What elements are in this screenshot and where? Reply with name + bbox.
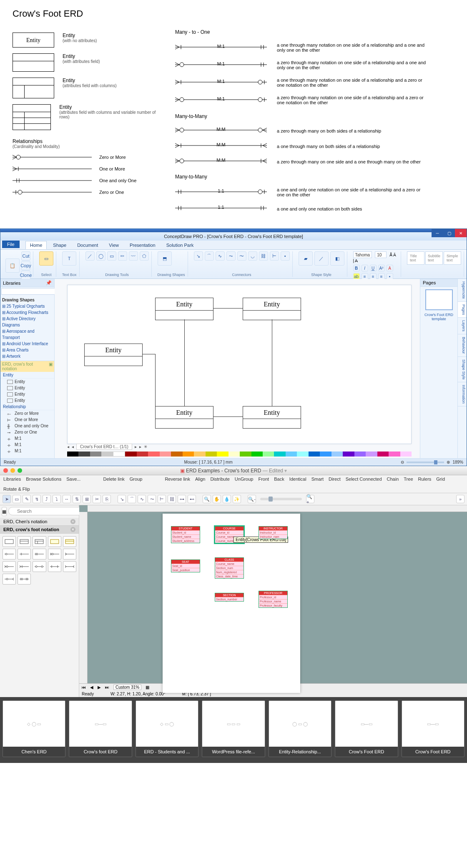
- canvas-entity[interactable]: Entity: [155, 406, 213, 429]
- canvas[interactable]: Entity Entity Entity Entity Entity ◂◂ Cr…: [55, 279, 420, 458]
- fill-button[interactable]: ▰: [299, 251, 313, 266]
- conn-tool[interactable]: ⛓: [168, 495, 176, 503]
- zoom-slider[interactable]: [260, 498, 302, 500]
- font-select[interactable]: Tahoma: [353, 251, 372, 258]
- canvas-entity[interactable]: Entity: [243, 406, 301, 429]
- erd-entity-seat[interactable]: SEAT Seat_idSeat_position: [171, 559, 200, 572]
- maximize-button[interactable]: ▢: [443, 229, 455, 237]
- gallery-card[interactable]: ▭—▭Crow's Foot ERD: [335, 700, 398, 757]
- gallery-card[interactable]: ▭—▭Crow's foot ERD: [69, 700, 132, 757]
- tool[interactable]: ⤵: [53, 495, 61, 503]
- conn-direct[interactable]: ↘: [194, 251, 203, 261]
- sidetab-layers[interactable]: Layers: [458, 318, 467, 334]
- conn-tool[interactable]: ⊷: [188, 495, 196, 503]
- zoom-in-icon[interactable]: ⊕: [447, 460, 450, 464]
- tab-shape[interactable]: Shape: [48, 241, 71, 249]
- conn-bezier[interactable]: ∿: [216, 251, 225, 261]
- tree-item[interactable]: ⊞ Android User Interface: [2, 341, 53, 347]
- grid-toggle[interactable]: ▦: [146, 685, 149, 690]
- tool[interactable]: ✎: [23, 495, 31, 503]
- menu-item[interactable]: Smart: [311, 477, 324, 482]
- underline-button[interactable]: U: [370, 265, 377, 271]
- traffic-close[interactable]: [3, 468, 8, 473]
- nav-last[interactable]: ⏭: [105, 685, 109, 690]
- style-simple[interactable]: Simple text: [444, 251, 461, 265]
- conn-point[interactable]: •: [281, 251, 290, 261]
- tab-view[interactable]: View: [104, 241, 123, 249]
- copy-button[interactable]: Copy: [21, 261, 30, 270]
- stencil-item[interactable]: [48, 549, 61, 559]
- panel-pin-icon[interactable]: 📌: [46, 280, 52, 286]
- sidetab-behaviour[interactable]: Behaviour: [458, 334, 467, 357]
- fontsize-button[interactable]: A²: [378, 265, 385, 271]
- zoom-combo[interactable]: Custom 31%: [113, 685, 141, 690]
- size-select[interactable]: 10: [375, 251, 387, 258]
- tree-item[interactable]: ⊞ Active Directory Diagrams: [2, 316, 53, 328]
- color-palette[interactable]: [67, 452, 412, 457]
- textbox-tool[interactable]: T: [62, 251, 76, 266]
- tab-document[interactable]: Document: [73, 241, 103, 249]
- stencil-item[interactable]: [18, 574, 31, 585]
- menu-item[interactable]: Select Connected: [346, 477, 382, 482]
- menu-save[interactable]: Save...: [66, 477, 80, 482]
- stencil-item[interactable]: [63, 536, 76, 547]
- minimize-button[interactable]: ─: [432, 229, 443, 237]
- conn-tool[interactable]: ↘: [118, 495, 126, 503]
- erd-entity-section[interactable]: SECTION Section_number: [215, 593, 244, 602]
- menu-item[interactable]: Direct: [329, 477, 341, 482]
- zoom-tool[interactable]: 🔍: [203, 495, 211, 503]
- conn-arc[interactable]: ⌒: [205, 251, 214, 261]
- menu-item[interactable]: Chain: [387, 477, 399, 482]
- canvas-entity[interactable]: Entity: [243, 298, 301, 320]
- stencil-item[interactable]: [33, 549, 46, 559]
- canvas-entity[interactable]: Entity: [84, 344, 143, 366]
- tree-item[interactable]: ⊞ Aerospace and Transport: [2, 328, 53, 341]
- menu-libraries[interactable]: Libraries: [3, 477, 21, 482]
- conn-round[interactable]: ◡: [248, 251, 257, 261]
- mac-canvas[interactable]: STUDENT Student_idStudent_nameStudent_ad…: [79, 505, 467, 683]
- sidetab-hypernote[interactable]: Hypernote: [458, 279, 467, 302]
- stencil-item[interactable]: [3, 536, 16, 547]
- tree-item[interactable]: ⊞ Area Charts: [2, 347, 53, 353]
- shape-item[interactable]: Entity: [0, 397, 54, 404]
- italic-button[interactable]: I: [362, 265, 368, 271]
- zoom-out[interactable]: 🔍-: [248, 495, 256, 503]
- draw-tool[interactable]: 〰: [129, 251, 138, 261]
- tool[interactable]: ⤴: [43, 495, 51, 503]
- menu-group[interactable]: Group: [130, 477, 143, 482]
- eyedropper-tool[interactable]: 💧: [223, 495, 231, 503]
- stencil-item[interactable]: [63, 549, 76, 559]
- tree-item[interactable]: ⊞ Accounting Flowcharts: [2, 309, 53, 316]
- sidetab-information[interactable]: Information: [458, 382, 467, 406]
- draw-tool[interactable]: ／: [85, 251, 95, 261]
- shape-item[interactable]: Entity: [0, 385, 54, 391]
- library-search[interactable]: [1, 288, 58, 295]
- stencil-item[interactable]: [63, 561, 76, 572]
- shape-item[interactable]: ⟜Zero or More: [0, 410, 54, 416]
- clone-button[interactable]: Clone: [21, 271, 30, 280]
- conn-tool[interactable]: ⤳: [148, 495, 156, 503]
- stencil-item[interactable]: [3, 549, 16, 559]
- page-thumbnail[interactable]: [425, 289, 453, 310]
- shape-item[interactable]: ⊢One or More: [0, 416, 54, 423]
- conn-tool[interactable]: ⊢: [158, 495, 166, 503]
- view-grid-icon[interactable]: ▦: [2, 507, 7, 516]
- cut-button[interactable]: Cut: [21, 251, 30, 261]
- draw-tool[interactable]: ◯: [96, 251, 105, 261]
- fontcolor-button[interactable]: A: [387, 265, 393, 271]
- nav-prev[interactable]: ◀: [90, 685, 93, 690]
- shape-item[interactable]: ╫One and only One: [0, 423, 54, 429]
- style-title[interactable]: Title text: [407, 251, 424, 265]
- add-sheet[interactable]: ✳: [144, 444, 147, 449]
- menu-item[interactable]: UnGroup: [235, 477, 254, 482]
- sidetab-pages[interactable]: Pages: [458, 302, 467, 318]
- close-icon[interactable]: ×: [70, 519, 75, 524]
- menu-item[interactable]: Rotate & Flip: [3, 487, 30, 492]
- tool[interactable]: ⎘: [103, 495, 111, 503]
- sheet-tab[interactable]: Crow's Foot ERD t… (1/1): [76, 444, 132, 450]
- menu-item[interactable]: Distribute: [210, 477, 229, 482]
- gallery-card[interactable]: ◇ ◯ ▭Chen's ERD: [3, 700, 65, 757]
- wand-tool[interactable]: ✨: [233, 495, 241, 503]
- menu-item[interactable]: Grid: [436, 477, 445, 482]
- conn-smart[interactable]: ⤳: [226, 251, 236, 261]
